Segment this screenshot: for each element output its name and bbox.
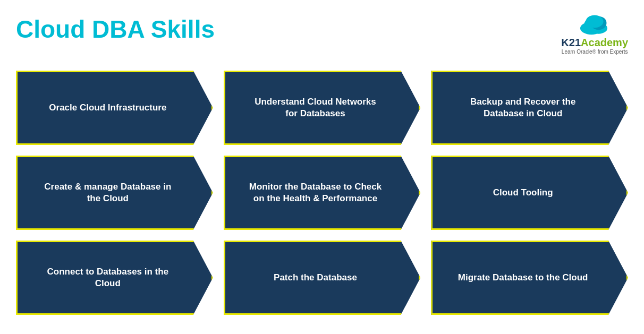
page-title: Cloud DBA Skills — [16, 16, 215, 43]
header: Cloud DBA Skills K21 Academy Learn Oracl… — [16, 16, 628, 55]
skill-text-backup-recover: Backup and Recover the Database in Cloud — [455, 96, 591, 119]
skill-text-cloud-tooling: Cloud Tooling — [493, 187, 553, 199]
skill-text-oracle-cloud: Oracle Cloud Infrastructure — [49, 102, 166, 114]
skill-item-backup-recover: Backup and Recover the Database in Cloud — [431, 71, 628, 145]
logo: K21 Academy Learn Oracle® from Experts — [561, 13, 628, 55]
skill-text-monitor-db: Monitor the Database to Check on the Hea… — [248, 181, 383, 204]
skill-item-monitor-db: Monitor the Database to Check on the Hea… — [224, 156, 421, 230]
page-container: Cloud DBA Skills K21 Academy Learn Oracl… — [0, 0, 644, 334]
logo-text: K21 Academy — [561, 37, 628, 48]
skill-text-patch-db: Patch the Database — [274, 272, 357, 284]
skill-item-patch-db: Patch the Database — [224, 241, 421, 315]
skill-item-migrate-db: Migrate Database to the Cloud — [431, 241, 628, 315]
skill-item-connect-db: Connect to Databases in the Cloud — [16, 241, 213, 315]
skills-grid: Oracle Cloud InfrastructureUnderstand Cl… — [16, 71, 628, 315]
skill-text-cloud-networks: Understand Cloud Networks for Databases — [248, 96, 383, 119]
skill-text-connect-db: Connect to Databases in the Cloud — [40, 266, 175, 289]
skill-text-migrate-db: Migrate Database to the Cloud — [458, 272, 588, 284]
skill-item-cloud-tooling: Cloud Tooling — [431, 156, 628, 230]
logo-k21: K21 — [561, 37, 581, 48]
logo-sub: Learn Oracle® from Experts — [562, 49, 628, 55]
skill-item-cloud-networks: Understand Cloud Networks for Databases — [224, 71, 421, 145]
skill-item-oracle-cloud: Oracle Cloud Infrastructure — [16, 71, 213, 145]
svg-point-4 — [586, 15, 604, 28]
skill-text-create-manage: Create & manage Database in the Cloud — [40, 181, 175, 204]
logo-cloud-icon — [579, 13, 611, 37]
skill-item-create-manage: Create & manage Database in the Cloud — [16, 156, 213, 230]
logo-academy: Academy — [581, 37, 628, 48]
